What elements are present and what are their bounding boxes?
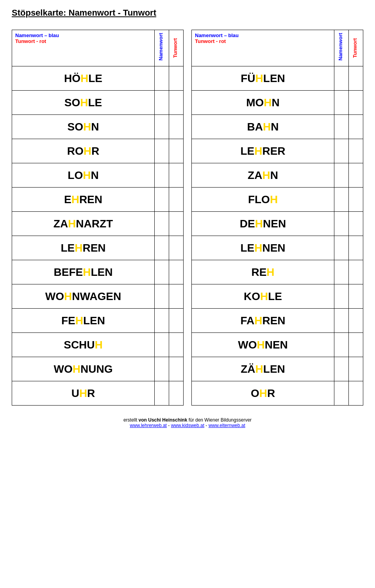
table-row: LEHREN <box>12 236 184 260</box>
right-col-tunwort: Tunwort <box>350 32 361 64</box>
table-row: MOHN <box>192 91 363 115</box>
word-part: H <box>262 169 270 181</box>
word-cell: BAHN <box>192 115 334 139</box>
word-cell: LEHRER <box>192 139 334 163</box>
tunwort-check-cell <box>169 236 184 260</box>
tunwort-check-cell <box>349 163 363 188</box>
table-row: ROHR <box>12 139 184 163</box>
word-part: H <box>75 242 82 254</box>
tunwort-check-cell <box>349 139 363 163</box>
left-namenwort-label: Namenwort – blau <box>15 32 151 38</box>
table-row: SOHN <box>12 115 184 139</box>
word-part: H <box>264 97 271 109</box>
word-part: ZÄ <box>241 363 255 375</box>
word-part: RER <box>262 145 285 157</box>
tunwort-check-cell <box>349 381 363 406</box>
word-part: H <box>84 145 91 157</box>
word-cell: FAHREN <box>192 309 334 333</box>
word-cell: FLOH <box>192 188 334 212</box>
footer-author: von Uschi Heinschink <box>139 417 188 423</box>
footer-link1[interactable]: www.lehrerweb.at <box>130 423 167 428</box>
table-row: REH <box>192 260 363 284</box>
tunwort-check-cell <box>169 357 184 381</box>
word-part: FLO <box>248 193 270 206</box>
namenwort-check-cell <box>334 236 349 260</box>
word-cell: HÖHLE <box>12 66 155 91</box>
namenwort-check-cell <box>155 91 169 115</box>
table-row: ZÄHLEN <box>192 357 363 381</box>
tunwort-check-cell <box>169 188 184 212</box>
word-part: N <box>91 121 99 133</box>
word-part: FÜ <box>241 72 255 84</box>
table-row: DEHNEN <box>192 212 363 236</box>
word-cell: LOHN <box>12 163 155 188</box>
word-part: DE <box>240 218 255 230</box>
word-part: ZA <box>248 169 262 181</box>
table-row: UHR <box>12 381 184 406</box>
word-cell: SOHN <box>12 115 155 139</box>
tunwort-check-cell <box>169 66 184 91</box>
word-part: H <box>80 72 88 84</box>
word-cell: LEHNEN <box>192 236 334 260</box>
tunwort-check-cell <box>349 66 363 91</box>
word-part: NEN <box>262 242 285 254</box>
table-row: KOHLE <box>192 284 363 309</box>
right-table: Namenwort – blau Tunwort - rot Namenwort… <box>191 30 363 406</box>
right-tunwort-col: Tunwort <box>349 30 363 66</box>
word-cell: WOHNUNG <box>12 357 155 381</box>
word-part: HÖ <box>64 72 80 84</box>
tunwort-check-cell <box>169 309 184 333</box>
word-part: REN <box>262 315 285 327</box>
word-part: MO <box>246 97 264 109</box>
left-namenwort-col: Namenwort <box>155 30 169 66</box>
namenwort-check-cell <box>334 66 349 91</box>
word-part: H <box>254 242 262 254</box>
word-part: LE <box>88 97 102 109</box>
table-row: WOHNEN <box>192 333 363 357</box>
word-part: H <box>255 363 263 375</box>
table-row: ZAHNARZT <box>12 212 184 236</box>
word-cell: FEHLEN <box>12 309 155 333</box>
table-row: FLOH <box>192 188 363 212</box>
word-part: H <box>255 72 263 84</box>
namenwort-check-cell <box>334 260 349 284</box>
tunwort-check-cell <box>169 333 184 357</box>
word-part: E <box>64 193 71 206</box>
word-part: H <box>263 121 271 133</box>
footer-link3[interactable]: www.elternweb.at <box>209 423 245 428</box>
tunwort-check-cell <box>349 212 363 236</box>
table-row: FEHLEN <box>12 309 184 333</box>
namenwort-check-cell <box>334 309 349 333</box>
left-tunwort-label: Tunwort - rot <box>15 38 151 44</box>
word-part: REN <box>82 242 105 254</box>
word-cell: EHREN <box>12 188 155 212</box>
table-row: FÜHLEN <box>192 66 363 91</box>
namenwort-check-cell <box>334 163 349 188</box>
namenwort-check-cell <box>155 188 169 212</box>
word-part: NWAGEN <box>72 290 121 302</box>
word-part: WO <box>45 290 64 302</box>
word-part: NARZT <box>76 218 113 230</box>
word-part: LE <box>240 145 254 157</box>
word-part: NEN <box>263 218 286 230</box>
table-row: WOHNWAGEN <box>12 284 184 309</box>
word-cell: BEFEHLEN <box>12 260 155 284</box>
word-part: H <box>83 121 91 133</box>
namenwort-check-cell <box>155 381 169 406</box>
word-part: H <box>254 315 262 327</box>
table-row: ZAHN <box>192 163 363 188</box>
word-part: N <box>271 121 279 133</box>
word-part: LO <box>68 169 83 181</box>
tunwort-check-cell <box>169 163 184 188</box>
right-tunwort-label: Tunwort - rot <box>195 38 331 44</box>
left-col-tunwort: Tunwort <box>171 32 182 64</box>
word-part: KO <box>244 290 260 302</box>
word-cell: OHR <box>192 381 334 406</box>
namenwort-check-cell <box>155 115 169 139</box>
right-table-section: Namenwort – blau Tunwort - rot Namenwort… <box>191 30 363 406</box>
footer-link2[interactable]: www.kidsweb.at <box>171 423 204 428</box>
namenwort-check-cell <box>334 139 349 163</box>
word-part: H <box>270 193 278 206</box>
namenwort-check-cell <box>334 115 349 139</box>
table-row: LEHRER <box>192 139 363 163</box>
